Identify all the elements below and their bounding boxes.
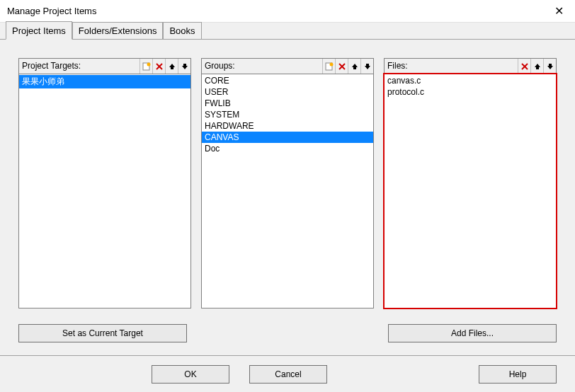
panel-tools <box>140 59 190 74</box>
arrow-up-icon <box>168 62 176 71</box>
panel-label: Groups: <box>202 59 238 74</box>
window-title: Manage Project Items <box>7 6 96 16</box>
dialog-mid-buttons: OK Cancel <box>0 365 479 384</box>
panel-tools <box>322 59 373 74</box>
new-icon <box>325 62 334 71</box>
list-item[interactable]: 果果小师弟 <box>19 75 190 88</box>
delete-icon <box>520 62 529 71</box>
move-file-up-button[interactable] <box>530 59 543 74</box>
panel-tools <box>518 59 556 74</box>
panel-header: Files: <box>384 58 557 74</box>
tab-label: Project Items <box>12 25 66 36</box>
set-current-target-button[interactable]: Set as Current Target <box>18 324 187 342</box>
move-file-down-button[interactable] <box>543 59 556 74</box>
spacer <box>187 324 388 342</box>
dialog-button-bar: OK Cancel Help <box>0 355 575 392</box>
panel-label: Files: <box>385 59 411 74</box>
panel-header: Groups: <box>201 58 374 74</box>
tab-project-items[interactable]: Project Items <box>6 21 72 40</box>
project-targets-list[interactable]: 果果小师弟 <box>18 74 191 309</box>
tab-folders-extensions[interactable]: Folders/Extensions <box>72 22 164 39</box>
help-button[interactable]: Help <box>479 365 557 384</box>
list-item[interactable]: CORE <box>202 75 373 86</box>
list-item[interactable]: USER <box>202 86 373 98</box>
tabstrip: Project Items Folders/Extensions Books <box>0 23 575 40</box>
move-target-up-button[interactable] <box>165 59 178 74</box>
list-item[interactable]: HARDWARE <box>202 120 373 132</box>
groups-list[interactable]: COREUSERFWLIBSYSTEMHARDWARECANVASDoc <box>201 74 374 309</box>
panels-container: Project Targets: 果果小师弟 <box>0 40 575 316</box>
svg-point-5 <box>329 62 333 66</box>
cancel-button[interactable]: Cancel <box>249 365 327 384</box>
tab-label: Folders/Extensions <box>79 25 157 36</box>
list-item[interactable]: protocol.c <box>385 86 556 98</box>
delete-target-button[interactable] <box>152 59 165 74</box>
new-icon <box>142 62 151 71</box>
delete-icon <box>155 62 164 71</box>
svg-point-1 <box>147 62 150 66</box>
list-item[interactable]: FWLIB <box>202 98 373 109</box>
delete-group-button[interactable] <box>335 59 348 74</box>
delete-icon <box>338 62 346 71</box>
project-targets-panel: Project Targets: 果果小师弟 <box>18 58 191 309</box>
groups-panel: Groups: COREUSERFWLIBSYSTEMHA <box>201 58 374 309</box>
list-item[interactable]: CANVAS <box>202 132 373 143</box>
new-target-button[interactable] <box>140 59 152 74</box>
arrow-down-icon <box>546 62 554 71</box>
arrow-down-icon <box>363 62 372 71</box>
tab-books[interactable]: Books <box>163 22 201 39</box>
tab-label: Books <box>169 25 195 36</box>
move-group-up-button[interactable] <box>348 59 360 74</box>
close-button[interactable]: ✕ <box>542 0 575 23</box>
files-panel: Files: canvas.cprotocol.c <box>384 58 557 309</box>
arrow-up-icon <box>351 62 359 71</box>
add-files-button[interactable]: Add Files... <box>388 324 557 342</box>
dialog-window: Manage Project Items ✕ Project Items Fol… <box>0 0 575 392</box>
new-group-button[interactable] <box>322 59 335 74</box>
close-icon: ✕ <box>554 4 564 18</box>
list-item[interactable]: Doc <box>202 143 373 154</box>
move-group-down-button[interactable] <box>360 59 373 74</box>
delete-file-button[interactable] <box>518 59 530 74</box>
panel-buttons-row: Set as Current Target Add Files... <box>0 316 575 355</box>
arrow-down-icon <box>181 62 189 71</box>
panel-header: Project Targets: <box>18 58 191 74</box>
panel-label: Project Targets: <box>19 59 84 74</box>
files-list[interactable]: canvas.cprotocol.c <box>384 74 557 309</box>
arrow-up-icon <box>533 62 542 71</box>
move-target-down-button[interactable] <box>178 59 190 74</box>
list-item[interactable]: canvas.c <box>385 75 556 86</box>
ok-button[interactable]: OK <box>152 365 229 384</box>
titlebar: Manage Project Items ✕ <box>0 0 575 23</box>
list-item[interactable]: SYSTEM <box>202 109 373 120</box>
